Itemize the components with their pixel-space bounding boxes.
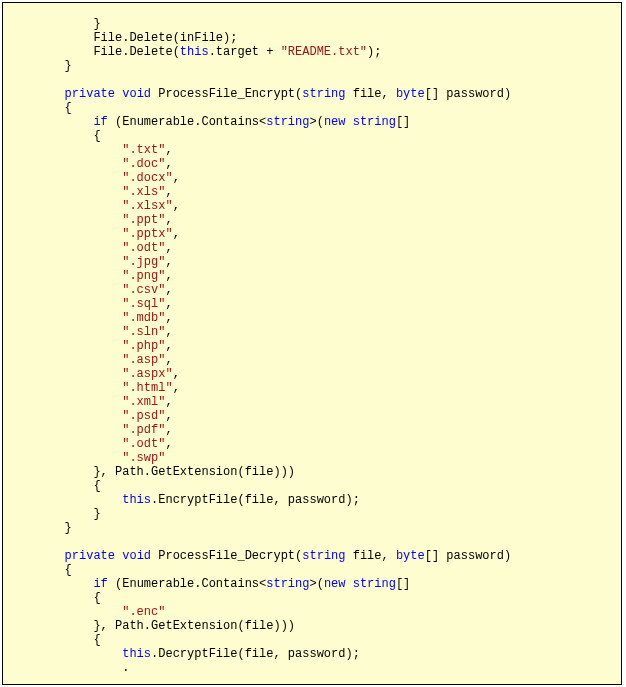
ext-item: ".html", [7, 381, 180, 395]
ext-item: ".csv", [7, 283, 173, 297]
code-line: } [7, 521, 72, 535]
code-line: File.Delete(this.target + "README.txt"); [7, 45, 381, 59]
code-line: { [7, 633, 101, 647]
ext-item: ".php", [7, 339, 173, 353]
code-line: if (Enumerable.Contains<string>(new stri… [7, 577, 410, 591]
ext-item: ".doc", [7, 157, 173, 171]
ext-item: ".mdb", [7, 311, 173, 325]
code-line: if (Enumerable.Contains<string>(new stri… [7, 115, 410, 129]
ext-item: ".psd", [7, 409, 173, 423]
ext-item: ".xml", [7, 395, 173, 409]
method-signature-decrypt: private void ProcessFile_Decrypt(string … [7, 549, 511, 563]
ext-item: ".pptx", [7, 227, 180, 241]
code-line: { [7, 591, 101, 605]
ext-item: ".pdf", [7, 423, 173, 437]
ext-item: ".swp" [7, 451, 165, 465]
ext-item: ".ppt", [7, 213, 173, 227]
code-line: }, Path.GetExtension(file))) [7, 465, 295, 479]
code-line: this.DecryptFile(file, password); [7, 647, 360, 661]
ext-item: ".xls", [7, 185, 173, 199]
ext-item: ".docx", [7, 171, 180, 185]
code-line: }, Path.GetExtension(file))) [7, 619, 295, 633]
code-viewer: } File.Delete(inFile); File.Delete(this.… [2, 2, 622, 685]
code-line: this.EncryptFile(file, password); [7, 493, 360, 507]
ext-item: ".txt", [7, 143, 173, 157]
ext-item: ".sln", [7, 325, 173, 339]
ext-item: ".asp", [7, 353, 173, 367]
ext-item: ".jpg", [7, 255, 173, 269]
ext-item: ".png", [7, 269, 173, 283]
code-line: { [7, 101, 72, 115]
method-signature-encrypt: private void ProcessFile_Encrypt(string … [7, 87, 511, 101]
code-line: . [7, 661, 129, 675]
ext-item: ".odt", [7, 241, 173, 255]
code-line: File.Delete(inFile); [7, 31, 237, 45]
code-line: } [7, 507, 101, 521]
code-line: { [7, 563, 72, 577]
code-line: } [7, 17, 101, 31]
code-line: } [7, 59, 72, 73]
ext-item: ".enc" [7, 605, 165, 619]
code-line: { [7, 479, 101, 493]
ext-item: ".aspx", [7, 367, 180, 381]
ext-item: ".sql", [7, 297, 173, 311]
code-line: { [7, 129, 101, 143]
ext-item: ".odt", [7, 437, 173, 451]
ext-item: ".xlsx", [7, 199, 180, 213]
